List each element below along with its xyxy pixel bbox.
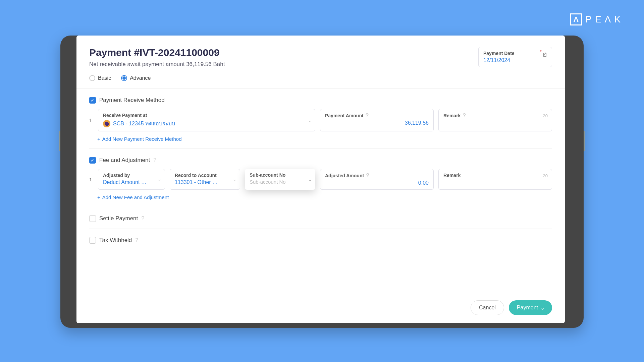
logo-icon: Λ bbox=[570, 13, 582, 25]
required-asterisk: * bbox=[540, 49, 542, 55]
record-account-select[interactable]: Record to Account 113301 - Other … ⌵ bbox=[170, 169, 240, 190]
calendar-icon: 🗓 bbox=[542, 52, 548, 58]
record-label: Record to Account bbox=[175, 173, 235, 178]
page-subtitle: Net receivable await payment amount 36,1… bbox=[89, 61, 225, 68]
chevron-down-icon: ⌵ bbox=[233, 177, 236, 182]
payment-method-title: Payment Receive Method bbox=[99, 97, 165, 104]
add-payment-method-link[interactable]: + Add New Payment Receive Method bbox=[97, 136, 552, 142]
help-icon: ? bbox=[153, 157, 156, 163]
settle-title: Settle Payment bbox=[99, 215, 138, 222]
settle-payment-section: Settle Payment ? bbox=[89, 215, 552, 222]
receive-value: SCB - 12345 ทดสอบระบบ bbox=[113, 119, 175, 128]
cancel-button[interactable]: Cancel bbox=[471, 300, 504, 315]
mode-advance-radio[interactable]: Advance bbox=[121, 75, 151, 81]
adjusted-by-value: Deduct Amount … bbox=[103, 179, 160, 185]
chevron-down-icon: ⌵ bbox=[541, 305, 544, 311]
char-counter: 20 bbox=[543, 173, 548, 178]
fee-remark-input[interactable]: 20 Remark bbox=[438, 169, 552, 190]
date-value: 12/11/2024 bbox=[483, 57, 547, 63]
add-fee-adjustment-link[interactable]: + Add New Fee and Adjustment bbox=[97, 194, 552, 200]
help-icon: ? bbox=[366, 173, 369, 179]
help-icon: ? bbox=[463, 113, 466, 119]
brand-logo: Λ PEΛK bbox=[570, 13, 624, 25]
fee-adjustment-title: Fee and Adjustment bbox=[99, 157, 150, 164]
row-number: 1 bbox=[89, 177, 94, 182]
date-label: Payment Date bbox=[483, 51, 547, 56]
receive-label: Receive Payment at bbox=[103, 113, 310, 118]
tablet-frame: Payment #IVT-20241100009 Net receivable … bbox=[60, 36, 584, 328]
chevron-down-icon: ⌵ bbox=[309, 177, 311, 182]
fee-remark-label: Remark bbox=[443, 173, 547, 178]
record-value: 113301 - Other … bbox=[175, 179, 235, 185]
char-counter: 20 bbox=[543, 113, 548, 118]
payment-modal: Payment #IVT-20241100009 Net receivable … bbox=[76, 36, 565, 323]
mode-advance-label: Advance bbox=[130, 75, 151, 81]
row-number: 1 bbox=[89, 117, 94, 123]
payment-button[interactable]: Payment ⌵ bbox=[509, 300, 552, 315]
fee-adjustment-section: ✓ Fee and Adjustment ? 1 Adjusted by Ded… bbox=[89, 157, 552, 200]
amount-label: Payment Amount ? bbox=[325, 113, 429, 119]
payment-amount-input[interactable]: Payment Amount ? 36,119.56 bbox=[320, 109, 434, 131]
tax-title: Tax Withheld bbox=[99, 237, 132, 244]
tax-withheld-checkbox[interactable] bbox=[89, 237, 96, 244]
adjusted-amount-input[interactable]: Adjusted Amount ? 0.00 bbox=[320, 169, 434, 190]
adjusted-amount-value: 0.00 bbox=[325, 180, 429, 186]
adjusted-by-label: Adjusted by bbox=[103, 173, 160, 178]
mode-basic-label: Basic bbox=[98, 75, 111, 81]
plus-icon: + bbox=[97, 136, 100, 142]
bank-icon bbox=[103, 120, 110, 127]
remark-input[interactable]: 20 Remark ? bbox=[438, 109, 552, 131]
mode-basic-radio[interactable]: Basic bbox=[89, 75, 111, 81]
settle-payment-checkbox[interactable] bbox=[89, 215, 96, 222]
payment-date-field[interactable]: * 🗓 Payment Date 12/11/2024 bbox=[478, 47, 552, 67]
subaccount-label: Sub-account No bbox=[250, 172, 311, 178]
sub-account-select[interactable]: Sub-account No Sub-account No ⌵ bbox=[245, 169, 315, 190]
plus-icon: + bbox=[97, 194, 100, 200]
page-title: Payment #IVT-20241100009 bbox=[89, 47, 225, 58]
subaccount-placeholder: Sub-account No bbox=[250, 179, 311, 185]
radio-icon bbox=[121, 75, 127, 81]
radio-icon bbox=[89, 75, 95, 81]
tax-withheld-section: Tax Withheld ? bbox=[89, 237, 552, 244]
adjusted-amount-label: Adjusted Amount ? bbox=[325, 173, 429, 179]
help-icon: ? bbox=[141, 216, 144, 222]
logo-text: PEΛK bbox=[585, 14, 624, 25]
receive-payment-select[interactable]: Receive Payment at SCB - 12345 ทดสอบระบบ… bbox=[98, 109, 315, 131]
chevron-down-icon: ⌵ bbox=[158, 177, 161, 182]
help-icon: ? bbox=[366, 113, 369, 119]
adjusted-by-select[interactable]: Adjusted by Deduct Amount … ⌵ bbox=[98, 169, 165, 190]
payment-method-section: ✓ Payment Receive Method 1 Receive Payme… bbox=[89, 97, 552, 142]
remark-label: Remark ? bbox=[443, 113, 547, 119]
fee-adjustment-checkbox[interactable]: ✓ bbox=[89, 157, 96, 164]
help-icon: ? bbox=[135, 237, 138, 243]
amount-value: 36,119.56 bbox=[325, 120, 429, 126]
chevron-down-icon: ⌵ bbox=[308, 118, 311, 123]
payment-method-checkbox[interactable]: ✓ bbox=[89, 97, 96, 104]
